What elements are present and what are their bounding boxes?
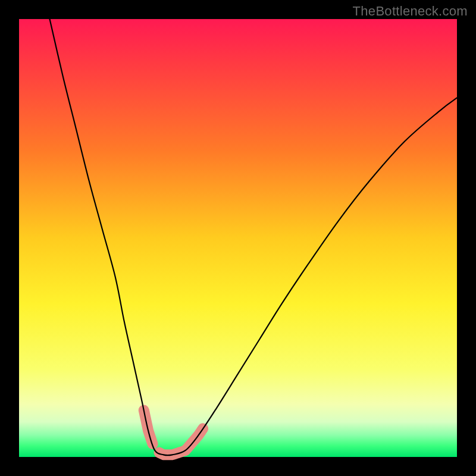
chart-stage: TheBottleneck.com [0,0,476,476]
gradient-plot-area [19,19,457,457]
chart-canvas [0,0,476,476]
watermark-text: TheBottleneck.com [353,4,468,19]
